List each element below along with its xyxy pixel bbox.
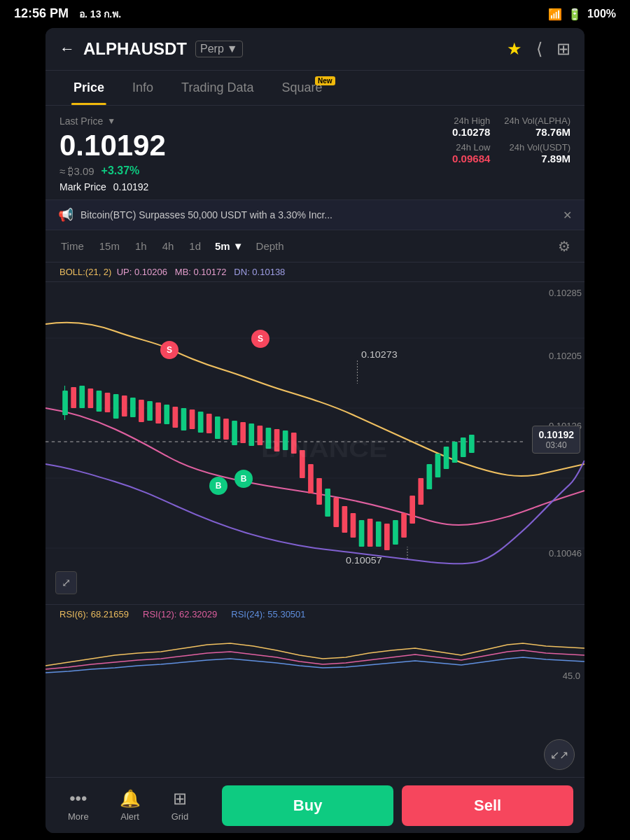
svg-rect-42	[351, 513, 356, 538]
svg-rect-37	[308, 464, 314, 493]
timeframe-5m[interactable]: 5m ▼	[215, 240, 244, 252]
svg-rect-62	[46, 624, 584, 680]
svg-rect-54	[452, 442, 458, 463]
header-right: ★ ⟨ ⊞	[507, 39, 570, 59]
sell-button[interactable]: Sell	[402, 785, 573, 826]
svg-rect-14	[113, 394, 119, 419]
chart-area[interactable]: 0.10273 0.10057 BINANCE S S B B 0.10285 …	[46, 282, 584, 604]
svg-rect-12	[97, 391, 102, 412]
grid-view-icon[interactable]: ⊞	[556, 39, 570, 59]
svg-rect-53	[444, 447, 449, 469]
timeframe-15m[interactable]: 15m	[98, 237, 121, 255]
news-ticker: 📢 Bitcoin(BTC) Surpasses 50,000 USDT wit…	[46, 200, 584, 230]
grid-icon: ⊞	[173, 789, 187, 808]
svg-rect-56	[469, 435, 475, 453]
stat-24h-vol-alpha: 24h Vol(ALPHA) 78.76M	[504, 115, 570, 138]
main-price: 0.10192	[59, 131, 166, 160]
last-price-label: Last Price ▼	[59, 115, 166, 127]
svg-rect-47	[393, 520, 398, 545]
svg-rect-52	[435, 454, 441, 477]
expand-chart-button[interactable]: ⤢	[55, 571, 77, 594]
perp-badge[interactable]: Perp ▼	[195, 41, 243, 57]
svg-rect-13	[105, 393, 111, 412]
price-level-1: 0.10285	[549, 288, 582, 298]
chart-settings-icon[interactable]: ⚙	[558, 238, 570, 255]
timeframe-1d[interactable]: 1d	[188, 237, 202, 255]
svg-rect-17	[139, 400, 144, 422]
timeframe-time[interactable]: Time	[59, 237, 85, 255]
price-level-2: 0.10205	[549, 351, 582, 361]
svg-rect-19	[155, 402, 161, 424]
depth-button[interactable]: Depth	[256, 240, 284, 252]
mark-price: Mark Price 0.10192	[59, 181, 166, 192]
tab-price[interactable]: Price	[59, 71, 118, 105]
price-level-4: 0.10046	[549, 548, 582, 559]
rsi-section: RSI(6): 68.21659 RSI(12): 62.32029 RSI(2…	[46, 604, 584, 688]
svg-rect-28	[232, 421, 237, 445]
megaphone-icon: 📢	[58, 207, 74, 223]
header-left: ← ALPHAUSDT Perp ▼	[59, 39, 243, 59]
tab-square[interactable]: Square New	[267, 71, 336, 105]
price-stats: 24h High 0.10278 24h Vol(ALPHA) 78.76M 2…	[424, 115, 570, 164]
stat-24h-vol-usdt: 24h Vol(USDT) 7.89M	[504, 142, 570, 164]
tab-trading-data[interactable]: Trading Data	[167, 71, 267, 105]
price-left: Last Price ▼ 0.10192 ≈ ₿3.09 +3.37% Mark…	[59, 115, 166, 192]
float-expand-button[interactable]: ↙↗	[544, 739, 575, 770]
app-container: ← ALPHAUSDT Perp ▼ ★ ⟨ ⊞ Price Info Trad…	[46, 28, 584, 833]
favorite-icon[interactable]: ★	[507, 39, 522, 59]
header: ← ALPHAUSDT Perp ▼ ★ ⟨ ⊞	[46, 28, 584, 71]
nav-more[interactable]: ••• More	[52, 786, 104, 825]
price-section: Last Price ▼ 0.10192 ≈ ₿3.09 +3.37% Mark…	[46, 106, 584, 200]
more-icon: •••	[69, 789, 87, 808]
svg-rect-39	[325, 489, 330, 517]
back-button[interactable]: ←	[59, 40, 75, 58]
svg-rect-55	[461, 438, 466, 457]
svg-rect-20	[164, 405, 169, 424]
price-sub: ≈ ₿3.09 +3.37%	[59, 164, 166, 177]
rsi-right-label: 45.0	[563, 671, 580, 681]
svg-rect-44	[368, 519, 373, 547]
svg-rect-23	[190, 410, 195, 429]
signal-b-1: B	[209, 477, 227, 495]
svg-rect-41	[342, 506, 348, 533]
timeframe-4h[interactable]: 4h	[161, 237, 176, 255]
signal-s-1: S	[160, 341, 178, 359]
signal-s-2: S	[251, 330, 270, 348]
svg-rect-26	[215, 416, 220, 439]
nav-alert[interactable]: 🔔 Alert	[104, 786, 156, 825]
tab-info[interactable]: Info	[118, 71, 167, 105]
news-close-icon[interactable]: ✕	[563, 209, 572, 222]
rsi-6: RSI(6): 68.21659	[59, 609, 129, 620]
bottom-nav: ••• More 🔔 Alert ⊞ Grid Buy Sell	[46, 777, 584, 833]
rsi-12: RSI(12): 62.32029	[143, 609, 217, 620]
status-indicators: 📶 🔋 100%	[548, 8, 616, 21]
boll-indicator: BOLL:(21, 2) UP: 0.10206 MB: 0.10172 DN:…	[46, 262, 584, 282]
timeframe-1h[interactable]: 1h	[134, 237, 148, 255]
buy-button[interactable]: Buy	[222, 785, 393, 826]
svg-rect-50	[418, 478, 424, 505]
rsi-24: RSI(24): 55.30501	[231, 609, 305, 620]
svg-rect-30	[248, 424, 254, 446]
pair-name: ALPHAUSDT	[83, 39, 187, 59]
svg-rect-11	[88, 388, 94, 408]
svg-rect-51	[427, 464, 433, 489]
status-time: 12:56 PM อ. 13 ก.พ.	[14, 6, 121, 22]
svg-rect-40	[333, 498, 339, 527]
svg-rect-46	[384, 524, 390, 550]
new-badge: New	[315, 76, 335, 85]
svg-rect-10	[79, 386, 85, 408]
svg-rect-29	[240, 422, 246, 443]
share-icon[interactable]: ⟨	[536, 39, 542, 59]
svg-rect-15	[122, 396, 127, 416]
nav-grid[interactable]: ⊞ Grid	[156, 786, 204, 825]
news-text: Bitcoin(BTC) Surpasses 50,000 USDT with …	[80, 209, 556, 220]
current-price-tooltip: 0.10192 03:40	[532, 426, 580, 454]
status-bar: 12:56 PM อ. 13 ก.พ. 📶 🔋 100%	[0, 0, 630, 28]
battery-icon: 🔋	[568, 8, 582, 21]
svg-rect-48	[401, 513, 407, 538]
chevron-icon: ▼	[233, 240, 244, 252]
svg-text:0.10273: 0.10273	[361, 350, 398, 360]
svg-rect-22	[181, 408, 187, 430]
signal-b-2: B	[234, 470, 253, 488]
svg-rect-49	[410, 496, 415, 524]
